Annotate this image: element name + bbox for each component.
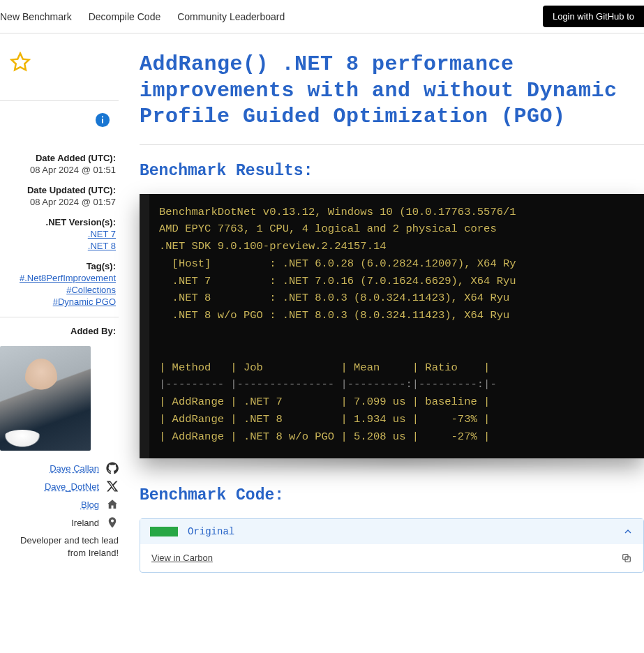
main-content: AddRange() .NET 8 performance improvemen…	[119, 33, 644, 573]
favorite-star-icon[interactable]	[10, 52, 119, 73]
tag-link[interactable]: #Collections	[0, 285, 116, 295]
code-color-swatch	[150, 527, 178, 536]
author-blog-link[interactable]: Blog	[81, 500, 99, 510]
x-icon	[106, 480, 119, 493]
accordion-title: Original	[188, 526, 622, 537]
date-added-value: 08 Apr 2024 @ 01:51	[0, 165, 116, 175]
date-updated-label: Date Updated (UTC):	[0, 185, 116, 195]
svg-rect-3	[102, 117, 103, 118]
benchmark-results-image: BenchmarkDotNet v0.13.12, Windows 10 (10…	[140, 194, 644, 458]
svg-rect-2	[102, 119, 103, 123]
net-version-link[interactable]: .NET 7	[0, 229, 116, 239]
top-nav: New Benchmark Decompile Code Community L…	[0, 0, 644, 33]
results-heading: Benchmark Results:	[140, 162, 644, 180]
net-versions-label: .NET Version(s):	[0, 217, 116, 227]
added-by-label: Added By:	[0, 326, 116, 336]
sidebar: Date Added (UTC): 08 Apr 2024 @ 01:51 Da…	[0, 33, 119, 573]
author-bio: Developer and tech lead	[0, 534, 119, 547]
date-updated-value: 08 Apr 2024 @ 01:57	[0, 197, 116, 207]
author-twitter-link[interactable]: Dave_DotNet	[45, 481, 99, 492]
svg-marker-0	[12, 54, 29, 70]
nav-decompile[interactable]: Decompile Code	[89, 11, 161, 22]
login-button[interactable]: Login with GitHub to	[543, 6, 644, 27]
chevron-up-icon	[622, 526, 634, 537]
nav-new-benchmark[interactable]: New Benchmark	[0, 11, 72, 22]
page-title: AddRange() .NET 8 performance improvemen…	[140, 52, 644, 130]
home-icon	[106, 498, 119, 511]
tag-link[interactable]: #Dynamic PGO	[0, 297, 116, 307]
tag-link[interactable]: #.Net8PerfImprovement	[0, 273, 116, 283]
code-accordion: Original View in Carbon	[140, 518, 644, 573]
info-icon[interactable]	[95, 112, 110, 128]
nav-leaderboard[interactable]: Community Leaderboard	[177, 11, 285, 22]
date-added-label: Date Added (UTC):	[0, 153, 116, 163]
location-icon	[106, 516, 119, 529]
author-bio: from Ireland!	[0, 547, 119, 560]
author-avatar[interactable]	[0, 346, 91, 451]
tags-label: Tag(s):	[0, 261, 116, 271]
terminal-output: BenchmarkDotNet v0.13.12, Windows 10 (10…	[140, 194, 644, 458]
code-heading: Benchmark Code:	[140, 486, 644, 504]
author-location: Ireland	[71, 518, 99, 528]
net-version-link[interactable]: .NET 8	[0, 241, 116, 251]
author-github-link[interactable]: Dave Callan	[50, 463, 99, 474]
github-icon	[106, 462, 119, 474]
copy-icon[interactable]	[621, 553, 632, 564]
accordion-header[interactable]: Original	[140, 519, 643, 544]
view-in-carbon-link[interactable]: View in Carbon	[151, 553, 621, 563]
